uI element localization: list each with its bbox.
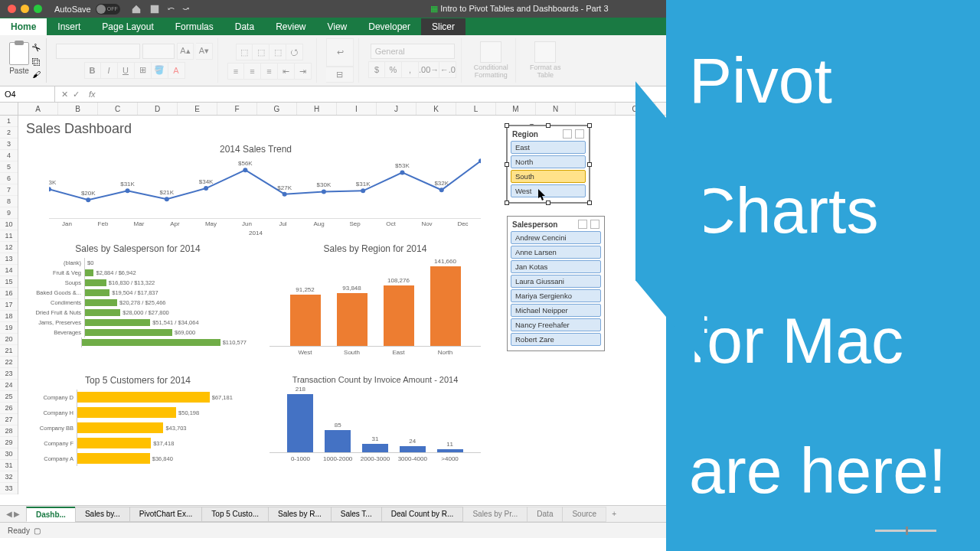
add-sheet-button[interactable]: + <box>606 508 622 520</box>
wrap-text-button[interactable]: ↩ <box>326 38 354 67</box>
row-header[interactable]: 6 <box>0 173 18 184</box>
row-header[interactable]: 7 <box>0 184 18 196</box>
slicer-item[interactable]: Robert Zare <box>511 333 601 346</box>
col-header[interactable]: O <box>616 103 655 115</box>
col-header[interactable]: M <box>496 103 536 115</box>
row-header[interactable]: 28 <box>0 425 18 437</box>
increase-font-icon[interactable]: A▴ <box>177 43 194 60</box>
name-box[interactable]: O4 <box>0 86 55 102</box>
decrease-font-icon[interactable]: A▾ <box>196 43 213 60</box>
decrease-decimal-icon[interactable]: ←.0 <box>439 61 456 78</box>
currency-icon[interactable]: $ <box>368 61 385 78</box>
row-header[interactable]: 14 <box>0 265 18 276</box>
font-color-button[interactable]: A <box>168 62 185 79</box>
col-header[interactable]: G <box>257 103 297 115</box>
zoom-slider[interactable] <box>875 530 936 532</box>
decrease-indent-icon[interactable]: ⇤ <box>278 63 295 80</box>
sales-by-salesperson-chart[interactable]: Sales by Salesperson for 2014 (blank)$0F… <box>23 241 253 368</box>
sheet-tab[interactable]: PivotChart Ex... <box>129 507 202 522</box>
col-header[interactable]: F <box>217 103 257 115</box>
sheet-tab[interactable]: Source <box>562 507 606 522</box>
row-header[interactable]: 15 <box>0 276 18 288</box>
italic-button[interactable]: I <box>101 62 118 79</box>
tab-view[interactable]: View <box>316 18 358 35</box>
slicer-item[interactable]: South <box>511 170 586 183</box>
slicer-item[interactable]: Andrew Cencini <box>511 231 601 244</box>
ribbon-toggle-icon[interactable]: ⌃ <box>963 24 971 35</box>
row-header[interactable]: 25 <box>0 391 18 403</box>
col-header[interactable] <box>576 103 616 115</box>
cancel-formula-icon[interactable]: ✕ <box>61 90 68 99</box>
align-middle-icon[interactable]: ⬚ <box>253 44 270 60</box>
row-header[interactable]: 1 <box>0 116 18 127</box>
tab-formulas[interactable]: Formulas <box>165 18 224 35</box>
search-workbook[interactable]: 🔍 Search Workbook <box>850 5 972 13</box>
col-header[interactable]: T <box>815 103 854 115</box>
share-button[interactable]: 👥 Share <box>893 24 932 35</box>
tab-slicer[interactable]: Slicer <box>421 18 466 35</box>
paste-button[interactable]: Paste <box>9 42 29 75</box>
align-center-icon[interactable]: ≡ <box>244 63 261 80</box>
next-sheet-icon[interactable]: ▶ <box>14 510 20 518</box>
sheet-tab[interactable]: Sales by... <box>75 507 130 522</box>
fullscreen-window-icon[interactable] <box>34 5 42 13</box>
align-left-icon[interactable]: ≡ <box>227 63 244 80</box>
clear-filter-icon[interactable] <box>575 129 584 139</box>
sheet-tab[interactable]: Sales T... <box>331 507 382 522</box>
row-header[interactable]: 29 <box>0 437 18 448</box>
row-header[interactable]: 10 <box>0 219 18 230</box>
feedback-icon[interactable]: ☺ <box>943 24 952 35</box>
page-break-icon[interactable]: ▭ <box>851 527 858 535</box>
row-header[interactable]: 16 <box>0 288 18 299</box>
font-size-select[interactable] <box>142 44 175 59</box>
sheet-tab[interactable]: Top 5 Custo... <box>201 507 269 522</box>
row-header[interactable]: 24 <box>0 380 18 391</box>
conditional-formatting-button[interactable]: Conditional Formatting <box>471 41 511 80</box>
multiselect-icon[interactable] <box>563 129 572 139</box>
slicer-item[interactable]: Mariya Sergienko <box>511 289 601 302</box>
home-icon[interactable] <box>131 4 142 15</box>
row-header[interactable]: 23 <box>0 368 18 380</box>
row-header[interactable]: 12 <box>0 242 18 253</box>
font-family-select[interactable] <box>56 44 140 59</box>
sales-by-region-chart[interactable]: Sales by Region for 2014 91,25293,848108… <box>260 241 490 368</box>
select-all-corner[interactable] <box>0 103 18 115</box>
top-customers-chart[interactable]: Top 5 Customers for 2014 Company D$67,18… <box>23 373 253 480</box>
col-header[interactable]: N <box>536 103 576 115</box>
row-header[interactable]: 4 <box>0 150 18 161</box>
transaction-count-chart[interactable]: Transaction Count by Invoice Amount - 20… <box>260 373 490 480</box>
col-header[interactable]: I <box>337 103 377 115</box>
slicer-item[interactable]: Laura Giussani <box>511 275 601 288</box>
format-as-table-button[interactable]: Format as Table <box>525 41 565 80</box>
col-header[interactable]: R <box>735 103 775 115</box>
row-header[interactable]: 13 <box>0 253 18 265</box>
col-header[interactable]: V <box>894 103 934 115</box>
border-button[interactable]: ⊞ <box>135 62 152 79</box>
close-window-icon[interactable] <box>8 5 16 13</box>
slicer-item[interactable]: Anne Larsen <box>511 246 601 259</box>
fx-label[interactable]: fx <box>89 90 96 99</box>
accept-formula-icon[interactable]: ✓ <box>73 90 80 99</box>
increase-indent-icon[interactable]: ⇥ <box>295 63 312 80</box>
row-header[interactable]: 31 <box>0 460 18 471</box>
row-header[interactable]: 19 <box>0 322 18 334</box>
tab-data[interactable]: Data <box>224 18 265 35</box>
align-bottom-icon[interactable]: ⬚ <box>270 44 286 60</box>
salesperson-slicer[interactable]: Salesperson Andrew CenciniAnne LarsenJan… <box>507 216 605 351</box>
first-sheet-icon[interactable]: ◀ <box>6 510 12 518</box>
cut-icon[interactable]: ✂ <box>29 41 44 56</box>
col-header[interactable]: E <box>178 103 217 115</box>
row-header[interactable]: 32 <box>0 471 18 483</box>
fill-color-button[interactable]: 🪣 <box>152 62 168 79</box>
col-header[interactable]: A <box>18 103 58 115</box>
sales-trend-chart[interactable]: 2014 Sales Trend $33K$20K$31K$21K$34K$56… <box>23 142 488 236</box>
row-header[interactable]: 18 <box>0 311 18 322</box>
sheet-tab[interactable]: Sales by Pr... <box>462 507 528 522</box>
row-header[interactable]: 5 <box>0 161 18 173</box>
page-layout-icon[interactable]: ▤ <box>838 527 845 535</box>
zoom-in-icon[interactable]: + <box>942 527 947 535</box>
row-header[interactable]: 11 <box>0 230 18 242</box>
row-header[interactable]: 26 <box>0 403 18 414</box>
bold-button[interactable]: B <box>84 62 101 79</box>
comma-icon[interactable]: , <box>402 61 419 78</box>
